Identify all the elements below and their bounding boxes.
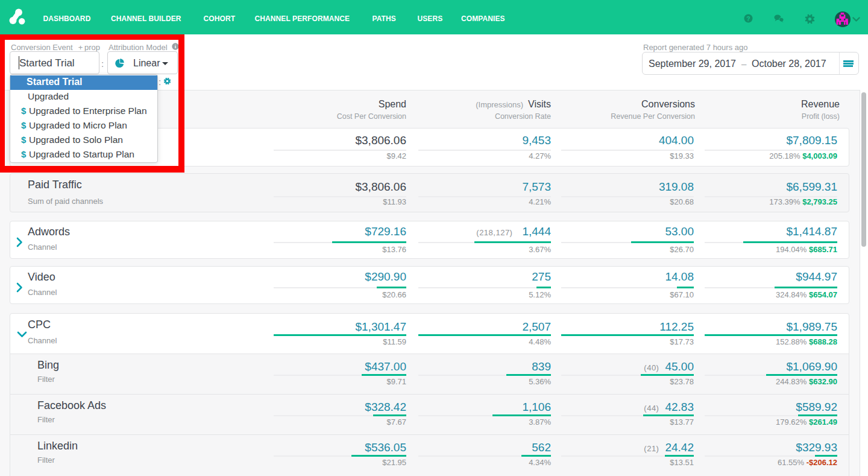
svg-text:?: ? [746,15,750,22]
